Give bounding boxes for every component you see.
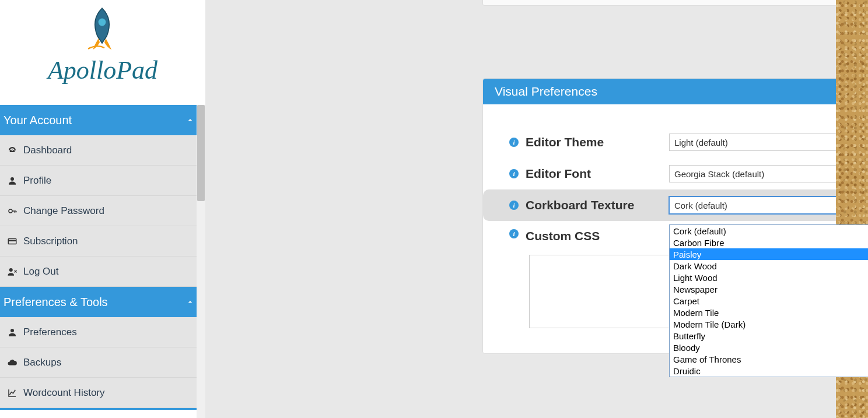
user-icon: [6, 327, 19, 338]
dropdown-corkboard-texture[interactable]: Cork (default)Carbon FibrePaisleyDark Wo…: [669, 224, 868, 377]
svg-point-0: [99, 19, 106, 26]
sidebar-item-label: Log Out: [23, 266, 59, 278]
sidebar-item-profile[interactable]: Profile: [0, 166, 205, 196]
sidebar-item-label: Change Password: [23, 205, 104, 217]
dropdown-option[interactable]: Dark Wood: [670, 260, 868, 272]
logo-area: ApolloPad: [0, 0, 205, 105]
chevron-up-icon: [186, 115, 195, 125]
cloud-icon: [6, 357, 19, 368]
select-value: Cork (default): [674, 201, 727, 210]
sidebar-item-label: Preferences: [23, 326, 77, 338]
sidebar-item-dashboard[interactable]: Dashboard: [0, 135, 205, 166]
nav-section-account-label: Your Account: [4, 114, 72, 127]
chart-icon: [6, 388, 19, 398]
nav-section-prefs[interactable]: Preferences & Tools: [0, 287, 205, 317]
info-icon[interactable]: i: [509, 138, 519, 147]
select-value: Light (default): [674, 138, 728, 147]
dashboard-icon: [6, 145, 19, 156]
nav-section-prefs-label: Preferences & Tools: [4, 296, 108, 309]
select-value: Georgia Stack (default): [674, 169, 764, 179]
main-content: Visual Preferences i Editor Theme Light …: [205, 0, 868, 418]
sidebar-nav: Your Account Dashboard Profile Change Pa…: [0, 105, 205, 410]
dropdown-option[interactable]: Modern Tile (Dark): [670, 318, 868, 330]
sidebar-item-backups[interactable]: Backups: [0, 347, 205, 378]
label-editor-font: Editor Font: [526, 167, 669, 181]
label-custom-css: Custom CSS: [526, 229, 669, 243]
svg-point-6: [10, 329, 14, 332]
sidebar-item-label: Wordcount History: [23, 387, 105, 399]
nav-section-account[interactable]: Your Account: [0, 105, 205, 135]
user-x-icon: [6, 266, 19, 277]
dropdown-option[interactable]: Druidic: [670, 365, 868, 377]
sidebar-scrollbar-thumb[interactable]: [197, 105, 205, 201]
dropdown-option[interactable]: Game of Thrones: [670, 353, 868, 365]
svg-point-5: [9, 268, 13, 272]
sidebar-item-label: Dashboard: [23, 145, 72, 156]
sidebar-item-preferences[interactable]: Preferences: [0, 317, 205, 347]
sidebar-item-wordcount[interactable]: Wordcount History: [0, 378, 205, 408]
sidebar-item-change-password[interactable]: Change Password: [0, 196, 205, 226]
card-icon: [6, 236, 19, 247]
dropdown-option[interactable]: Bloody: [670, 342, 868, 353]
chevron-up-icon: [186, 297, 195, 307]
sidebar-item-logout[interactable]: Log Out: [0, 257, 205, 287]
info-icon[interactable]: i: [509, 169, 519, 178]
sidebar-scrollbar[interactable]: [197, 105, 205, 418]
sidebar-item-label: Backups: [23, 357, 61, 368]
key-icon: [6, 206, 19, 216]
dropdown-option[interactable]: Carbon Fibre: [670, 237, 868, 248]
logo-text: ApolloPad: [0, 55, 205, 85]
dropdown-option[interactable]: Paisley: [670, 248, 868, 260]
row-editor-font: i Editor Font Georgia Stack (default) ▼: [509, 158, 868, 189]
nav-section-next: [0, 408, 205, 410]
svg-rect-4: [8, 240, 16, 241]
label-corkboard-texture: Corkboard Texture: [526, 198, 669, 212]
dropdown-option[interactable]: Cork (default): [670, 225, 868, 237]
svg-point-2: [9, 209, 12, 213]
prev-panel-edge: [482, 0, 868, 6]
info-icon[interactable]: i: [509, 201, 519, 210]
sidebar-item-subscription[interactable]: Subscription: [0, 226, 205, 257]
row-editor-theme: i Editor Theme Light (default) ▼: [509, 127, 868, 158]
sidebar-item-label: Subscription: [23, 236, 78, 247]
dropdown-option[interactable]: Butterfly: [670, 330, 868, 342]
row-corkboard-texture: i Corkboard Texture Cork (default) ▼: [483, 189, 868, 221]
dropdown-option[interactable]: Modern Tile: [670, 307, 868, 318]
dropdown-option[interactable]: Carpet: [670, 295, 868, 307]
dropdown-option[interactable]: Newspaper: [670, 283, 868, 295]
logo-rocket-icon: [79, 6, 125, 52]
svg-point-1: [10, 177, 14, 181]
label-editor-theme: Editor Theme: [526, 135, 669, 149]
panel-title: Visual Preferences: [483, 79, 868, 104]
sidebar-item-label: Profile: [23, 175, 51, 187]
user-icon: [6, 175, 19, 186]
dropdown-option[interactable]: Light Wood: [670, 272, 868, 283]
info-icon[interactable]: i: [509, 229, 519, 238]
sidebar: ApolloPad Your Account Dashboard Profile…: [0, 0, 205, 418]
